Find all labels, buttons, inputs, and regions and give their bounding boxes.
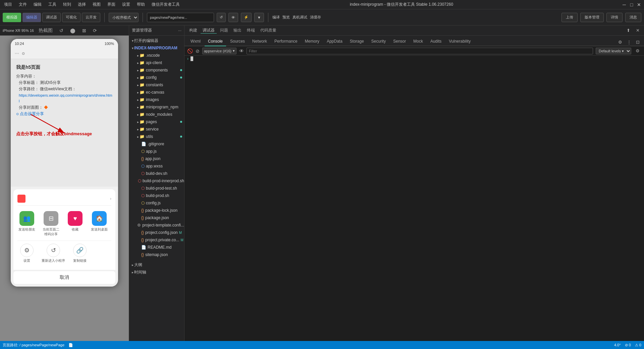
folder-pages[interactable]: ▸ 📁 pages — [129, 118, 184, 126]
filter-input[interactable] — [247, 48, 593, 54]
tab-sensor[interactable]: Sensor — [390, 37, 409, 46]
tab-appdata[interactable]: AppData — [323, 37, 346, 46]
debugger-tab[interactable]: 调试器 — [201, 28, 217, 34]
file-app-js[interactable]: ⬡ app.js — [129, 148, 184, 155]
tab-console[interactable]: Console — [205, 37, 226, 46]
folder-components[interactable]: ▸ 📁 components — [129, 66, 184, 74]
share-cancel-button[interactable]: 取消 — [13, 271, 115, 284]
status-errors[interactable]: ⊘ 0 — [625, 343, 631, 347]
file-build-dev[interactable]: ⬡ build-dev.sh — [129, 170, 184, 177]
status-path[interactable]: 页面路径: / pages/newPage/newPage — [3, 343, 64, 348]
status-file-icon[interactable]: 📄 — [68, 343, 73, 347]
console-prompt-row[interactable]: › — [184, 56, 644, 62]
tab-mock[interactable]: Mock — [410, 37, 426, 46]
devtools-more-icon[interactable]: ⋮ — [625, 38, 633, 46]
file-build-prod-test[interactable]: ⬡ build-prod-test.sh — [129, 185, 184, 192]
devtools-settings-icon[interactable]: ⚙ — [616, 38, 624, 46]
build-tab[interactable]: 构建 — [187, 28, 199, 33]
more-compile-button[interactable]: ▼ — [254, 13, 264, 22]
share-icon-desktop[interactable]: 🏠 发送到桌面 — [90, 211, 109, 237]
sim-back-button[interactable]: ⬤ — [68, 27, 77, 34]
context-selector[interactable]: appservice (#16) ▾ — [202, 48, 236, 54]
sim-refresh-button[interactable]: ↺ — [57, 27, 65, 34]
notifications-button[interactable]: 消息 — [625, 13, 641, 22]
share-reenter-item[interactable]: ↺ 重新进入小程序 — [42, 244, 65, 263]
status-warnings[interactable]: ⚠ 0 — [635, 343, 641, 347]
version-mgmt-button[interactable]: 版本管理 — [580, 13, 604, 22]
tab-storage[interactable]: Storage — [346, 37, 367, 46]
file-sitemap[interactable]: {} sitemap.json — [129, 251, 184, 258]
preview-qr-button[interactable]: 👁 — [228, 13, 238, 22]
file-panel-more-button[interactable]: ··· — [178, 28, 181, 33]
menu-file[interactable]: 文件 — [17, 1, 28, 8]
share-icon-qr[interactable]: ⊟ 当前页面二维码分享 — [42, 211, 60, 237]
menu-select[interactable]: 选择 — [76, 1, 87, 8]
file-project-private[interactable]: {} project.private.co... M — [129, 236, 184, 244]
menu-help[interactable]: 帮助 — [136, 1, 146, 8]
status-branch[interactable]: 4.0° — [614, 343, 621, 347]
folder-constants[interactable]: ▸ 📁 constants — [129, 81, 184, 89]
menu-settings[interactable]: 设置 — [121, 1, 131, 8]
sim-rotate-button[interactable]: ⟳ — [91, 27, 99, 34]
file-package-json[interactable]: {} package.json — [129, 214, 184, 221]
details-button[interactable]: 详情 — [606, 13, 623, 22]
console-clear-icon[interactable]: 🚫 — [187, 48, 193, 54]
file-build-prod-inner[interactable]: ⬡ build-prod-innerprod.sh — [129, 177, 184, 185]
file-app-wxss[interactable]: ⬡ app.wxss — [129, 162, 184, 170]
terminal-tab[interactable]: 终端 — [245, 28, 257, 33]
tab-sources[interactable]: Sources — [227, 37, 248, 46]
file-build-prod[interactable]: ⬡ build-prod.sh — [129, 192, 184, 199]
folder-service[interactable]: ▸ 📁 service — [129, 126, 184, 133]
console-pause-icon[interactable]: ⊘ — [196, 48, 200, 54]
mode-selector[interactable]: 小程序模式 插件模式 — [109, 13, 139, 22]
folder-api-client[interactable]: ▸ 📁 api-client — [129, 59, 184, 66]
folder-miniprogram-npm[interactable]: ▸ 📁 miniprogram_npm — [129, 103, 184, 111]
folder-images[interactable]: ▸ 📁 images — [129, 96, 184, 103]
upload-button[interactable]: 上传 — [561, 13, 578, 22]
menu-goto[interactable]: 转到 — [62, 1, 72, 8]
folder-ec-canvas[interactable]: ▸ 📁 ec-canvas — [129, 89, 184, 96]
outline-item[interactable]: ▸ 大纲 — [129, 261, 184, 268]
folder-config[interactable]: ▸ 📁 config — [129, 74, 184, 81]
menu-view[interactable]: 视图 — [91, 1, 102, 8]
devtools-close-button[interactable]: ✕ — [634, 27, 641, 34]
tab-memory[interactable]: Memory — [302, 37, 323, 46]
file-project-config[interactable]: {} project.config.json M — [129, 229, 184, 236]
folder-utils[interactable]: ▸ 📁 utils — [129, 133, 184, 140]
phone-content[interactable]: 我是h5页面 分享内容： 分享标题： 测试h5分享 分享路径： 微信webVie… — [11, 59, 118, 187]
path-input[interactable] — [147, 13, 214, 22]
file-project-template[interactable]: ⚙ project-template.confi... — [129, 221, 184, 229]
project-root-item[interactable]: ▾ INDEX-MINIPROGRAM — [129, 44, 184, 52]
file-readme[interactable]: 📄 README.md — [129, 244, 184, 251]
menu-wechat-devtools[interactable]: 微信开发者工具 — [150, 1, 181, 8]
tab-audits[interactable]: Audits — [427, 37, 445, 46]
devtools-dock-icon[interactable]: ⊡ — [634, 38, 641, 46]
timeline-item[interactable]: ▸ 时间轴 — [129, 268, 184, 276]
menu-tools[interactable]: 工具 — [47, 1, 58, 8]
minimize-button[interactable]: ─ — [622, 2, 627, 7]
file-gitignore[interactable]: 📄 .gitignore — [129, 140, 184, 148]
menu-interface[interactable]: 界面 — [106, 1, 117, 8]
share-copy-item[interactable]: 🔗 复制链接 — [73, 244, 87, 263]
maximize-button[interactable]: □ — [629, 2, 634, 7]
eye-icon[interactable]: 👁 — [239, 48, 244, 54]
filter-settings-icon[interactable]: ⚙ — [634, 47, 641, 55]
share-icon-favorite[interactable]: ♥ 收藏 — [66, 211, 85, 237]
screenshot-button[interactable]: 热截图 — [37, 27, 55, 34]
tab-wxml[interactable]: Wxml — [187, 37, 204, 46]
share-settings-item[interactable]: ⚙ 设置 — [20, 244, 34, 263]
refresh-button[interactable]: ↺ — [217, 13, 226, 22]
share-icon-friend[interactable]: 👥 发送给朋友 — [17, 211, 36, 237]
log-level-select[interactable]: Default levels ▾ Verbose Info Warnings E… — [596, 48, 631, 54]
visual-button[interactable]: 可视化 — [62, 13, 80, 22]
tab-vulnerability[interactable]: Vulnerability — [445, 37, 474, 46]
tab-network[interactable]: Network — [249, 37, 270, 46]
tab-performance[interactable]: Performance — [271, 37, 301, 46]
editor-button[interactable]: 编辑器 — [22, 13, 41, 22]
simulator-button[interactable]: 模拟器 — [3, 13, 21, 22]
menu-project[interactable]: 项目 — [3, 1, 13, 8]
compile-button[interactable]: ⚡ — [241, 13, 252, 22]
file-app-json[interactable]: {} app.json — [129, 155, 184, 162]
sim-home-button[interactable]: ⊠ — [80, 27, 88, 34]
cloud-button[interactable]: 云开发 — [82, 13, 100, 22]
